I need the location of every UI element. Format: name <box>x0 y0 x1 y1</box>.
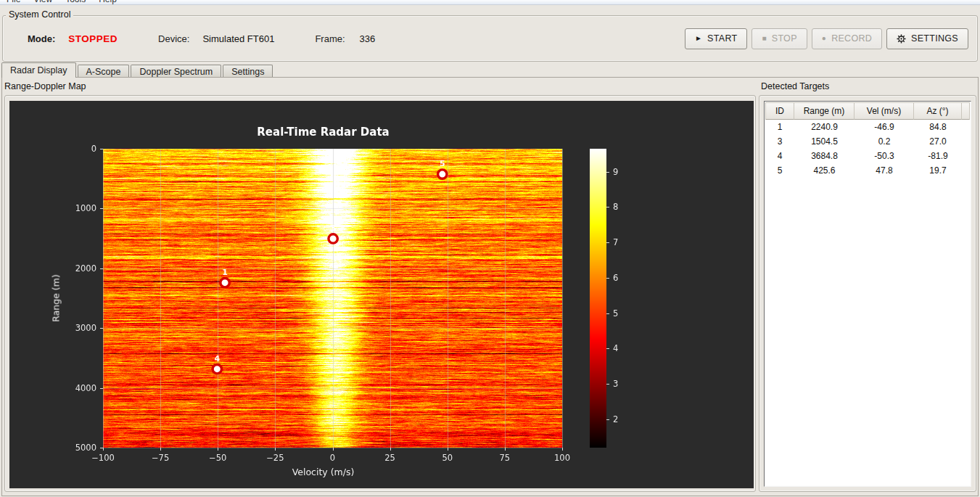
column-header-velms[interactable]: Vel (m/s) <box>855 102 914 120</box>
table-cell: 425.6 <box>794 163 855 178</box>
colorbar-tick-label: 8 <box>613 202 618 212</box>
x-tick-label: −75 <box>152 453 169 463</box>
record-icon: ● <box>822 35 826 42</box>
table-cell: 19.7 <box>914 163 962 178</box>
table-cell: -50.3 <box>855 149 914 163</box>
settings-button[interactable]: SETTINGS <box>886 28 968 49</box>
column-header-filler <box>962 102 970 120</box>
tab-radar-display[interactable]: Radar Display <box>1 62 76 78</box>
y-tick-label: 1000 <box>75 203 96 213</box>
x-axis-label: Velocity (m/s) <box>94 467 553 477</box>
table-cell: 0.2 <box>855 134 914 149</box>
system-control-group: System Control Mode: STOPPED Device: Sim… <box>2 15 978 62</box>
table-cell: 47.8 <box>855 163 914 178</box>
y-tick-label: 0 <box>91 144 96 154</box>
colorbar-tick-label: 9 <box>613 167 618 177</box>
colorbar-tick-label: 6 <box>613 273 618 283</box>
table-cell: 1 <box>765 120 794 134</box>
menu-item-file[interactable]: File <box>0 0 27 5</box>
device-value: Simulated FT601 <box>202 33 274 44</box>
table-row[interactable]: 5425.647.819.7 <box>765 163 970 178</box>
table-cell: 4 <box>765 149 794 163</box>
record-button-label: RECORD <box>831 33 872 44</box>
y-tick-label: 2000 <box>75 263 96 274</box>
range-doppler-heatmap-canvas[interactable] <box>9 101 754 488</box>
y-axis-label: Range (m) <box>51 274 62 322</box>
menu-bar: FileViewToolsHelp <box>0 0 980 5</box>
table-cell: 1504.5 <box>794 134 855 149</box>
table-cell: 2240.9 <box>794 120 855 134</box>
menu-item-tools[interactable]: Tools <box>59 0 92 5</box>
colorbar-tick-label: 2 <box>613 414 618 424</box>
table-cell: 84.8 <box>914 120 962 134</box>
table-cell: -81.9 <box>914 149 962 163</box>
mode-value: STOPPED <box>68 33 118 44</box>
mode-label: Mode: <box>28 33 55 44</box>
table-cell: 27.0 <box>914 134 962 149</box>
column-header-id[interactable]: ID <box>765 102 794 120</box>
tab-doppler-spectrum[interactable]: Doppler Spectrum <box>131 65 221 78</box>
settings-button-label: SETTINGS <box>911 33 958 44</box>
column-header-rangem[interactable]: Range (m) <box>794 102 855 120</box>
colorbar-tick-label: 5 <box>613 308 618 319</box>
play-icon: ► <box>695 35 702 42</box>
gear-icon <box>897 34 906 44</box>
x-tick-label: 0 <box>330 453 335 463</box>
record-button[interactable]: ●RECORD <box>812 28 882 49</box>
x-tick-label: 75 <box>500 453 511 463</box>
table-row[interactable]: 31504.50.227.0 <box>765 134 970 149</box>
detected-targets-title: Detected Targets <box>761 81 829 91</box>
x-tick-label: −100 <box>91 453 115 463</box>
column-header-az[interactable]: Az (°) <box>914 102 962 120</box>
x-tick-label: 100 <box>554 453 570 463</box>
y-tick-label: 3000 <box>75 323 96 333</box>
colorbar-tick-label: 7 <box>613 237 618 247</box>
table-cell: 3684.8 <box>794 149 855 163</box>
colorbar-tick-label: 4 <box>613 343 618 353</box>
menu-item-view[interactable]: View <box>27 0 59 5</box>
frame-label: Frame: <box>315 33 345 44</box>
y-tick-label: 4000 <box>75 383 96 393</box>
stop-icon: ■ <box>762 35 766 42</box>
tab-bar: Radar DisplayA-ScopeDoppler SpectrumSett… <box>1 62 274 78</box>
menu-item-help[interactable]: Help <box>92 0 123 5</box>
table-cell: 5 <box>765 163 794 178</box>
x-tick-label: −50 <box>209 453 226 463</box>
range-doppler-map-title: Range-Doppler Map <box>4 81 86 91</box>
radar-plot-panel: Real-Time Radar Data Velocity (m/s) Rang… <box>9 101 754 488</box>
stop-button[interactable]: ■STOP <box>752 28 807 49</box>
frame-value: 336 <box>360 33 376 44</box>
table-row[interactable]: 12240.9-46.984.8 <box>765 120 970 134</box>
table-cell: -46.9 <box>855 120 914 134</box>
table-row[interactable]: 43684.8-50.3-81.9 <box>765 149 970 163</box>
x-tick-label: 50 <box>442 453 453 463</box>
device-label: Device: <box>158 33 189 44</box>
stop-button-label: STOP <box>772 33 797 44</box>
colorbar-tick-label: 3 <box>613 379 618 389</box>
plot-title: Real-Time Radar Data <box>94 126 553 139</box>
detected-targets-table[interactable]: IDRange (m)Vel (m/s)Az (°) 12240.9-46.98… <box>764 101 971 487</box>
tab-a-scope[interactable]: A-Scope <box>78 65 130 78</box>
x-tick-label: 25 <box>384 453 395 463</box>
start-button[interactable]: ►START <box>685 28 748 49</box>
x-tick-label: −25 <box>266 453 284 463</box>
table-cell: 3 <box>765 134 794 149</box>
start-button-label: START <box>707 33 737 44</box>
tab-settings[interactable]: Settings <box>223 65 273 78</box>
y-tick-label: 5000 <box>75 443 96 453</box>
